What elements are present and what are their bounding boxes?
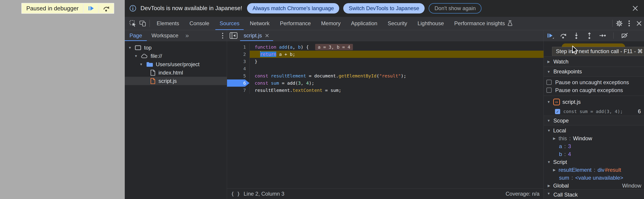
section-call-stack[interactable]: ▼ Call Stack xyxy=(544,189,644,199)
tree-item-label: file:// xyxy=(150,53,162,59)
more-options-kebab-icon[interactable] xyxy=(624,17,634,30)
pretty-print-icon[interactable]: { } xyxy=(231,191,240,196)
expanded-triangle-icon[interactable]: ▼ xyxy=(547,160,551,164)
pause-caught-row[interactable]: Pause on caught exceptions xyxy=(544,86,644,94)
scope-local-row[interactable]: ▼ Local xyxy=(544,126,644,134)
collapsed-triangle-icon[interactable]: ▶ xyxy=(547,60,551,64)
tab-elements[interactable]: Elements xyxy=(152,17,184,30)
var-value: 4 xyxy=(568,151,571,157)
expanded-triangle-icon[interactable]: ▼ xyxy=(547,191,551,195)
section-scope-label: Scope xyxy=(554,117,569,124)
scope-script-row[interactable]: ▼ Script xyxy=(544,158,644,166)
expanded-triangle-icon[interactable]: ▼ xyxy=(547,119,551,122)
step-over-icon[interactable] xyxy=(560,32,567,39)
notification-bar: DevTools is now available in Japanese! A… xyxy=(125,0,644,17)
always-match-language-button[interactable]: Always match Chrome's language xyxy=(247,3,339,14)
tab-memory[interactable]: Memory xyxy=(316,17,346,30)
section-watch[interactable]: ▶ Watch xyxy=(544,56,644,67)
scope-global-row[interactable]: ▶ Global Window xyxy=(544,182,644,189)
collapsed-triangle-icon[interactable]: ▶ xyxy=(552,136,556,140)
scope-var-b[interactable]: b: 4 xyxy=(544,150,644,158)
code-line: 3} xyxy=(227,58,544,65)
tree-item-top[interactable]: ▼ top xyxy=(125,44,227,52)
expanded-triangle-icon[interactable]: ▼ xyxy=(547,100,551,104)
scope-var-this[interactable]: ▶ this: Window xyxy=(544,134,644,142)
tree-item-project-folder[interactable]: ▼ Users/user/project xyxy=(125,60,227,68)
scope-var-a[interactable]: a: 3 xyxy=(544,142,644,150)
device-toolbar-icon[interactable] xyxy=(138,17,148,30)
tree-item-script-js[interactable]: script.js xyxy=(125,77,227,85)
tab-sources[interactable]: Sources xyxy=(214,17,244,30)
tab-security[interactable]: Security xyxy=(382,17,412,30)
step-icon[interactable] xyxy=(598,32,606,39)
tab-page[interactable]: Page xyxy=(125,30,147,41)
tab-workspace[interactable]: Workspace xyxy=(147,30,183,41)
resume-icon xyxy=(88,5,95,12)
line-number[interactable]: 2 xyxy=(227,51,250,58)
editor-tab-script-js[interactable]: script.js xyxy=(240,30,273,41)
navigator-kebab-icon[interactable] xyxy=(218,33,227,39)
code-line: 2 return a + b; xyxy=(227,51,544,58)
resume-script-button[interactable] xyxy=(84,3,98,13)
step-over-button[interactable] xyxy=(99,3,114,13)
settings-gear-icon[interactable] xyxy=(614,17,624,30)
file-tree: ▼ top ▼ file:// ▼ Users/user/project ind… xyxy=(125,41,227,85)
notification-close-icon[interactable] xyxy=(632,5,638,12)
inspect-element-icon[interactable] xyxy=(128,17,138,30)
line-number[interactable]: 5 xyxy=(227,72,250,79)
tree-item-file-protocol[interactable]: ▼ file:// xyxy=(125,52,227,60)
toggle-navigator-icon[interactable] xyxy=(227,30,240,41)
switch-to-japanese-button[interactable]: Switch DevTools to Japanese xyxy=(343,3,424,14)
tab-close-icon[interactable] xyxy=(264,33,270,38)
collapsed-triangle-icon[interactable]: ▶ xyxy=(552,168,556,172)
resume-script-icon[interactable] xyxy=(546,32,554,39)
pause-caught-checkbox[interactable] xyxy=(546,88,552,93)
collapsed-triangle-icon[interactable]: ▶ xyxy=(547,184,551,188)
line-number[interactable]: 4 xyxy=(227,65,250,72)
line-number[interactable]: 3 xyxy=(227,58,250,65)
devtools-close-icon[interactable] xyxy=(634,17,644,30)
pause-uncaught-checkbox[interactable] xyxy=(546,80,552,85)
section-breakpoints[interactable]: ▼ Breakpoints xyxy=(544,67,644,76)
tab-performance[interactable]: Performance xyxy=(275,17,316,30)
breakpoint-options: Pause on uncaught exceptions Pause on ca… xyxy=(544,76,644,96)
section-scope[interactable]: ▼ Scope xyxy=(544,116,644,125)
breakpoint-entry-row[interactable]: ✓ const sum = add(3, 4); 6 xyxy=(544,107,644,116)
line-number[interactable]: 1 xyxy=(227,44,250,51)
pause-uncaught-row[interactable]: Pause on uncaught exceptions xyxy=(544,78,644,86)
breakpoint-marker[interactable]: 6 xyxy=(227,79,250,87)
tab-lighthouse[interactable]: Lighthouse xyxy=(412,17,449,30)
cloud-icon xyxy=(141,53,148,59)
var-value: 3 xyxy=(568,143,571,149)
expand-triangle-icon[interactable]: ▼ xyxy=(139,62,143,66)
paused-banner-label: Paused in debugger xyxy=(22,3,83,13)
tab-console[interactable]: Console xyxy=(184,17,214,30)
tab-performance-insights[interactable]: Performance insights xyxy=(449,17,518,30)
tab-network[interactable]: Network xyxy=(244,17,275,30)
scope-var-resultelement[interactable]: ▶ resultElement: div#result xyxy=(544,166,644,174)
tab-application[interactable]: Application xyxy=(346,17,382,30)
code-editor[interactable]: 1function add(a, b) {a = 3, b = 42 retur… xyxy=(227,41,544,188)
scope-local-label: Local xyxy=(553,127,566,134)
breakpoint-code-snippet: const sum = add(3, 4); xyxy=(563,109,623,114)
breakpoint-file-row[interactable]: ▼ ‹› script.js xyxy=(544,97,644,107)
expanded-triangle-icon[interactable]: ▼ xyxy=(547,129,551,132)
flask-icon xyxy=(507,20,513,27)
step-out-icon[interactable] xyxy=(586,32,593,39)
dont-show-again-button[interactable]: Don't show again xyxy=(429,3,482,14)
tree-item-index-html[interactable]: index.html xyxy=(125,68,227,77)
expand-triangle-icon[interactable]: ▼ xyxy=(128,46,132,50)
more-tabs-chevron-icon[interactable]: » xyxy=(183,32,191,39)
expanded-triangle-icon[interactable]: ▼ xyxy=(547,70,551,74)
scope-var-sum[interactable]: sum: <value unavailable> xyxy=(544,174,644,182)
deactivate-breakpoints-icon[interactable] xyxy=(621,32,628,39)
step-into-icon[interactable] xyxy=(572,32,580,39)
expand-triangle-icon[interactable]: ▼ xyxy=(134,54,138,58)
pause-caught-label: Pause on caught exceptions xyxy=(555,87,623,93)
step-over-icon xyxy=(102,5,110,12)
line-number[interactable]: 7 xyxy=(227,87,250,94)
tree-item-label: top xyxy=(144,45,152,51)
scope-script-label: Script xyxy=(553,159,567,165)
breakpoint-checkbox[interactable]: ✓ xyxy=(555,109,560,114)
debugger-toolbar xyxy=(544,30,644,41)
